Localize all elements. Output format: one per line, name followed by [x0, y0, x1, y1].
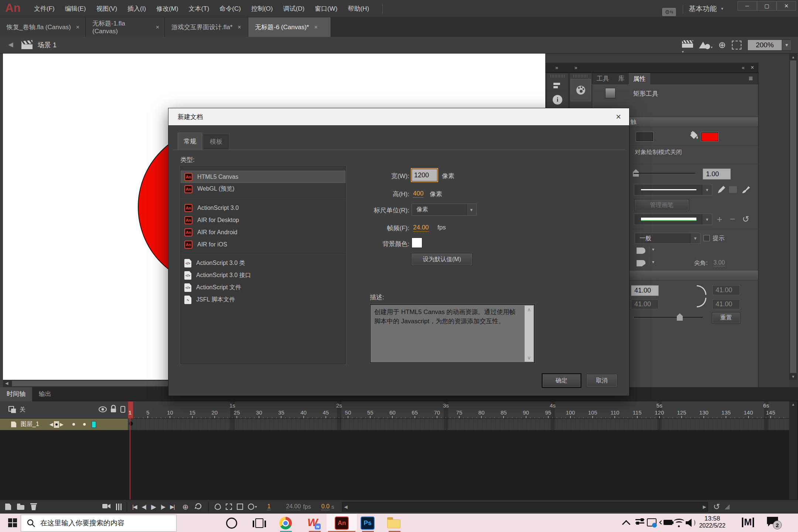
cancel-button[interactable]: 取消	[587, 374, 617, 387]
type-as-file[interactable]: </>ActionScript 文件	[181, 282, 345, 294]
go-last-frame-icon[interactable]: ▶|	[170, 504, 174, 510]
clock[interactable]: 13:58 2022/5/22	[698, 515, 727, 529]
tab-close-icon[interactable]: ×	[238, 24, 241, 31]
center-frame-icon[interactable]: ⊕	[719, 40, 726, 50]
settings-sliders-icon[interactable]	[635, 519, 644, 525]
type-as3-interface[interactable]: </>ActionScript 3.0 接口	[181, 269, 345, 282]
corner-radius-tr[interactable]: 41.00	[712, 285, 740, 295]
type-air-android[interactable]: AnAIR for Android	[181, 226, 345, 238]
layer-outline-color-swatch[interactable]	[92, 421, 96, 428]
type-jsfl-file[interactable]: ∿JSFL 脚本文件	[181, 294, 345, 306]
play-icon[interactable]: ▶	[151, 503, 156, 511]
document-type-list[interactable]: AnHTML5 Canvas AnWebGL (预览) AnActionScri…	[180, 166, 346, 364]
panel-menu-icon[interactable]: ≡	[748, 74, 753, 83]
display-sync-icon[interactable]	[647, 518, 657, 526]
timeline-scrollbar[interactable]: ▲	[789, 401, 797, 499]
layer-visibility-dot[interactable]	[72, 423, 75, 426]
document-tab[interactable]: 游戏交互界面设计.fla*×	[165, 17, 248, 37]
loop-icon[interactable]	[194, 502, 202, 511]
dialog-close-icon[interactable]: ×	[616, 112, 621, 122]
animate-taskbar-icon[interactable]: An	[335, 516, 349, 530]
align-panel-icon[interactable]	[547, 79, 568, 92]
workspace-gear-button[interactable]: ⚙⇆	[662, 7, 676, 17]
wifi-icon[interactable]	[674, 519, 684, 527]
search-input[interactable]	[21, 515, 177, 532]
paint-brush-icon[interactable]	[741, 184, 751, 196]
type-as3-class[interactable]: </>ActionScript 3.0 类	[181, 257, 345, 269]
tab-general[interactable]: 常规	[178, 133, 202, 150]
type-html5-canvas[interactable]: AnHTML5 Canvas	[181, 171, 345, 183]
stroke-style-dropdown[interactable]: ▼	[634, 184, 712, 195]
stroke-scale-dropdown[interactable]: 一般 ▼	[635, 233, 700, 244]
file-explorer-icon[interactable]	[387, 517, 400, 528]
menu-view[interactable]: 视图(V)	[91, 0, 122, 17]
edit-scene-icon[interactable]: ▾	[682, 40, 693, 50]
onion-skin-icon[interactable]	[215, 504, 221, 510]
menu-debug[interactable]: 调试(D)	[278, 0, 310, 17]
workspace-switcher[interactable]: 基本功能 ▾	[689, 0, 723, 17]
expand-panel-icon[interactable]: »	[555, 65, 558, 71]
wps-icon[interactable]: W w	[307, 516, 318, 529]
type-as3[interactable]: AnActionScript 3.0	[181, 202, 345, 214]
document-tab[interactable]: 恢复_卷轴.fla (Canvas)×	[0, 17, 86, 37]
layer-lock-dot[interactable]	[83, 423, 86, 426]
close-button[interactable]: ×	[777, 1, 796, 11]
layer-name[interactable]: 图层_1	[21, 420, 39, 428]
scroll-up-icon[interactable]: ▲	[789, 54, 797, 60]
new-folder-icon[interactable]	[17, 504, 24, 510]
ruler-units-dropdown[interactable]: 像素 ▼	[412, 204, 477, 216]
scroll-down-icon[interactable]: ▼	[789, 373, 797, 380]
menu-control[interactable]: 控制(O)	[246, 0, 278, 17]
cap-style-icon[interactable]	[637, 248, 645, 254]
scroll-down-icon[interactable]: ∨	[525, 354, 533, 362]
stroke-size-value[interactable]: 1.00	[703, 168, 731, 180]
outline-layers-icon[interactable]	[120, 406, 125, 413]
minimize-button[interactable]: ─	[737, 1, 757, 11]
prev-keyframe-icon[interactable]: ◀	[50, 422, 53, 427]
photoshop-taskbar-icon[interactable]: Ps	[361, 516, 375, 530]
clip-content-icon[interactable]	[732, 41, 741, 50]
resize-grip-icon[interactable]	[724, 504, 730, 509]
layer-row-header[interactable]: 图层_1 ◀ ▶	[0, 419, 128, 430]
delete-icon[interactable]	[30, 503, 37, 510]
remove-width-profile-icon[interactable]: −	[730, 214, 735, 225]
scroll-up-icon[interactable]: ▲	[789, 401, 797, 407]
corner-radius-bl[interactable]: 41.00	[631, 299, 659, 309]
edit-symbols-icon[interactable]: ▾	[699, 41, 713, 49]
scroll-left-icon[interactable]: ◀	[344, 504, 347, 509]
show-hide-layers-icon[interactable]	[98, 406, 107, 414]
tab-output[interactable]: 输出	[32, 387, 58, 401]
menu-insert[interactable]: 插入(I)	[122, 0, 151, 17]
close-panel-icon[interactable]: ×	[751, 64, 754, 71]
back-arrow-icon[interactable]: ◄	[7, 40, 15, 50]
info-panel-icon[interactable]: i	[547, 92, 568, 107]
battery-icon[interactable]	[660, 520, 673, 525]
reset-width-profile-icon[interactable]: ↺	[742, 214, 749, 224]
zoom-dropdown-arrow[interactable]: ▼	[782, 40, 792, 51]
menu-help[interactable]: 帮助(H)	[342, 0, 374, 17]
frame-scrollbar[interactable]: ◀ ▶	[342, 502, 708, 512]
join-style-icon[interactable]	[637, 260, 645, 266]
hinting-checkbox[interactable]	[703, 235, 710, 241]
menu-text[interactable]: 文本(T)	[184, 0, 215, 17]
tab-library[interactable]: 库	[614, 73, 629, 84]
taskbar-search[interactable]	[21, 515, 177, 532]
layer-row[interactable]: 图层_1 ◀ ▶	[0, 419, 789, 430]
elapsed-time-value[interactable]: 0.0	[321, 503, 330, 510]
speaker-icon[interactable]	[686, 519, 695, 527]
add-width-profile-icon[interactable]: +	[717, 214, 722, 225]
miter-value[interactable]: 3.00	[713, 259, 725, 266]
tab-close-icon[interactable]: ×	[156, 24, 159, 31]
stroke-size-slider-track[interactable]	[634, 173, 695, 174]
stroke-color-swatch[interactable]	[636, 132, 653, 141]
onion-skin-outline-icon[interactable]	[226, 504, 232, 510]
fps-value[interactable]: 24.00	[413, 224, 429, 232]
task-view-icon[interactable]	[253, 518, 266, 528]
width-profile-dropdown[interactable]: ▼	[634, 214, 712, 225]
height-value[interactable]: 400	[413, 190, 423, 198]
step-forward-icon[interactable]: |▶	[161, 504, 165, 510]
edit-stroke-style-icon[interactable]	[716, 185, 726, 197]
tab-close-icon[interactable]: ×	[76, 24, 79, 31]
next-keyframe-icon[interactable]: ▶	[60, 422, 64, 427]
color-panel-icon[interactable]	[570, 79, 591, 101]
